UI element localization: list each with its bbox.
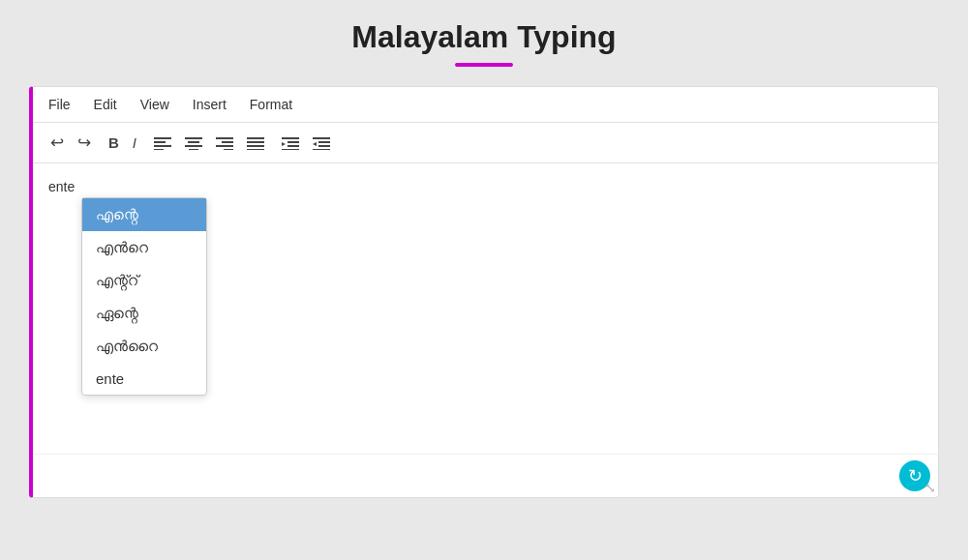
align-left-button[interactable] bbox=[148, 133, 177, 154]
bold-button[interactable]: B bbox=[103, 131, 125, 155]
page-title: Malayalam Typing bbox=[351, 19, 616, 55]
align-justify-button[interactable] bbox=[241, 133, 270, 154]
autocomplete-item-5[interactable]: ente bbox=[82, 363, 206, 395]
title-underline bbox=[455, 63, 513, 67]
undo-button[interactable]: ↩ bbox=[45, 129, 70, 157]
redo-button[interactable]: ↪ bbox=[72, 129, 97, 157]
editor-container: File Edit View Insert Format ↩ ↪ B I bbox=[29, 86, 939, 498]
autocomplete-item-1[interactable]: എൻറെ bbox=[82, 231, 206, 264]
align-center-button[interactable] bbox=[179, 133, 208, 154]
autocomplete-item-4[interactable]: എന്‍റൈ bbox=[82, 330, 206, 363]
format-group: B I bbox=[103, 131, 142, 155]
indent-increase-button[interactable] bbox=[307, 133, 336, 154]
toolbar: ↩ ↪ B I bbox=[33, 123, 938, 163]
resize-handle[interactable]: ⤡ bbox=[924, 480, 936, 495]
menu-bar: File Edit View Insert Format bbox=[33, 87, 938, 123]
editor-body[interactable]: ente എന്റെ എൻറെ എന്റ്റ് ഏന്റെ എന്‍റൈ ent… bbox=[33, 163, 938, 454]
editor-footer: ↻ bbox=[33, 454, 938, 497]
menu-item-edit[interactable]: Edit bbox=[90, 95, 121, 114]
undo-redo-group: ↩ ↪ bbox=[45, 129, 97, 157]
autocomplete-item-2[interactable]: എന്റ്റ് bbox=[82, 264, 206, 297]
indent-group bbox=[276, 133, 336, 154]
menu-item-file[interactable]: File bbox=[45, 95, 75, 114]
menu-item-insert[interactable]: Insert bbox=[189, 95, 230, 114]
italic-button[interactable]: I bbox=[127, 131, 142, 155]
indent-decrease-button[interactable] bbox=[276, 133, 305, 154]
autocomplete-dropdown: എന്റെ എൻറെ എന്റ്റ് ഏന്റെ എന്‍റൈ ente bbox=[81, 197, 207, 396]
align-right-button[interactable] bbox=[210, 133, 239, 154]
autocomplete-item-0[interactable]: എന്റെ bbox=[82, 198, 206, 231]
menu-item-view[interactable]: View bbox=[136, 95, 173, 114]
editor-text: ente bbox=[48, 179, 923, 194]
menu-item-format[interactable]: Format bbox=[246, 95, 296, 114]
autocomplete-item-3[interactable]: ഏന്റെ bbox=[82, 297, 206, 330]
alignment-group bbox=[148, 133, 270, 154]
svg-marker-25 bbox=[313, 142, 317, 146]
svg-marker-20 bbox=[282, 142, 286, 146]
